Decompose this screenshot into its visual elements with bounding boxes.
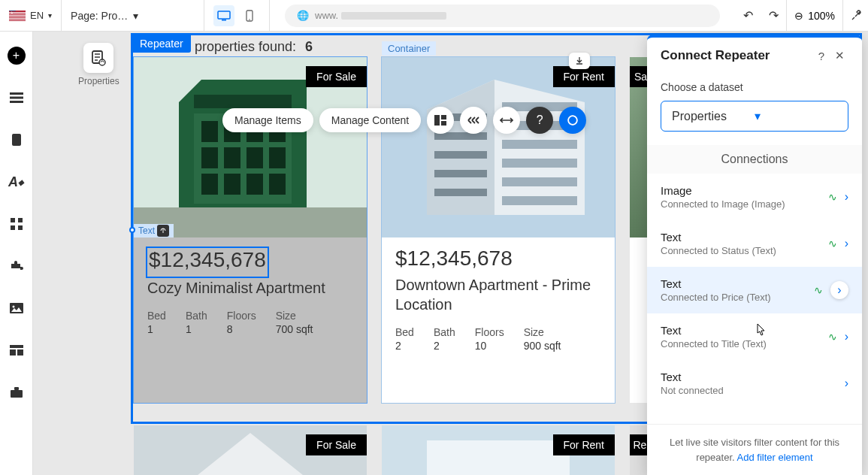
svg-rect-7 [12,134,21,146]
svg-rect-37 [201,174,218,195]
selection-handle[interactable] [129,227,135,233]
svg-rect-46 [502,140,577,149]
animation-button[interactable] [460,107,487,134]
svg-rect-39 [246,174,263,195]
connection-item-unconnected[interactable]: TextNot connected › [647,360,862,407]
connection-item-price[interactable]: TextConnected to Price (Text) ∿› [647,267,862,313]
redo-button[interactable]: ↷ [761,0,786,32]
apps-icon[interactable] [8,215,26,233]
container-tag: Container [382,41,436,56]
svg-rect-11 [18,225,23,230]
status-badge: For Rent [553,434,615,455]
tools-button[interactable] [842,0,868,32]
connection-item-title[interactable]: TextConnected to Title (Text) ∿› [647,313,862,360]
canvas: Properties properties found: 6 Repeater [33,32,868,475]
help-icon[interactable]: ? [812,50,830,62]
media-icon[interactable] [8,299,26,317]
page-label: Page: Properties (L… [71,10,133,22]
cms-icon[interactable] [8,341,26,359]
undo-button[interactable]: ↶ [735,0,761,32]
desktop-view-button[interactable] [213,5,234,26]
sections-icon[interactable] [8,89,26,107]
mobile-view-button[interactable] [239,5,260,26]
url-masked [341,12,446,20]
svg-rect-59 [434,115,440,126]
action-bar: Manage Items Manage Content ? [222,107,586,134]
chevron-right-icon: › [845,330,848,343]
card-price: $12,345,678 [147,248,268,272]
zoom-control[interactable]: ⊖ 100% [786,0,842,31]
svg-rect-17 [11,390,23,398]
svg-rect-4 [10,92,23,95]
svg-rect-40 [269,174,286,195]
theme-icon[interactable]: A◆ [8,173,26,191]
addons-icon[interactable] [8,257,26,275]
repeater-tag: Repeater [132,35,191,53]
panel-header: Connect Repeater ? ✕ [647,38,862,74]
linked-icon: ∿ [828,191,837,203]
card-title: Downtown Apartment - Prime Location [395,275,601,314]
cards-row-2: For Sale For Rent Rent [134,425,666,475]
svg-rect-15 [10,349,16,355]
chevron-right-icon: › [845,237,848,250]
dataset-badge[interactable]: Properties [78,43,119,86]
connection-item-status[interactable]: TextConnected to Status (Text) ∿› [647,220,862,267]
linked-icon: ∿ [828,331,837,343]
linked-icon: ∿ [814,284,823,296]
card-price: $12,345,678 [395,247,601,271]
pages-icon[interactable] [8,131,26,149]
topbar: ★ EN ▾ Page: Properties (L… ▾ 🌐 www. ↶ ↷… [0,0,868,32]
svg-rect-9 [18,218,23,222]
panel-title: Connect Repeater [661,48,812,63]
business-icon[interactable] [8,383,26,401]
price-text-selected[interactable]: $12,345,678 [146,247,269,278]
card-image: For Sale [134,57,367,238]
chevron-down-icon: ▾ [48,11,52,20]
card-title: Cozy Minimalist Apartment [147,278,353,298]
svg-rect-16 [17,349,23,355]
svg-rect-61 [441,121,446,126]
manage-content-button[interactable]: Manage Content [319,108,422,132]
dataset-dropdown[interactable]: Properties ▾ [661,101,848,132]
manage-items-button[interactable]: Manage Items [222,108,313,132]
status-badge: For Rent [553,66,615,87]
left-sidebar: + A◆ [0,32,33,475]
close-icon[interactable]: ✕ [830,49,848,62]
property-card[interactable]: For Rent [382,425,615,475]
card-stats: Bed2 Bath2 Floors10 Size900 sqft [395,326,601,352]
download-icon[interactable] [569,53,590,69]
linked-icon: ∿ [828,238,837,250]
help-button[interactable]: ? [526,107,553,134]
add-button[interactable]: + [8,47,26,65]
layout-button[interactable] [427,107,454,134]
svg-rect-48 [502,177,577,186]
lang-label: EN [30,10,44,21]
svg-rect-6 [10,101,23,103]
svg-rect-60 [441,115,446,120]
chevron-right-icon: › [845,190,848,204]
dataset-section: Choose a dataset Properties ▾ [647,74,862,145]
connect-data-button[interactable] [559,107,586,134]
svg-rect-18 [14,387,19,390]
stretch-button[interactable] [493,107,520,134]
chevron-down-icon: ▾ [755,109,837,123]
svg-point-13 [12,306,14,308]
property-card[interactable]: For Sale [134,425,367,475]
page-selector[interactable]: Page: Properties (L… ▾ [62,0,204,31]
svg-rect-0 [218,11,230,19]
connections-list: ImageConnected to Image (Image) ∿› TextC… [647,174,862,424]
zoom-out-icon: ⊖ [794,10,803,22]
svg-rect-53 [434,170,487,177]
language-selector[interactable]: ★ EN ▾ [0,0,62,31]
connect-panel: Connect Repeater ? ✕ Choose a dataset Pr… [647,35,862,475]
connection-item-image[interactable]: ImageConnected to Image (Image) ∿› [647,174,862,220]
card-body: $12,345,678 Downtown Apartment - Prime L… [382,238,615,365]
add-filter-link[interactable]: Add filter element [737,452,813,463]
svg-rect-29 [201,121,218,142]
url-bar[interactable]: 🌐 www. [270,5,735,27]
text-tag: Text [134,224,174,238]
svg-rect-49 [502,196,577,205]
device-switcher [204,0,270,31]
zoom-level: 100% [808,10,835,22]
url-prefix: www. [315,10,338,21]
